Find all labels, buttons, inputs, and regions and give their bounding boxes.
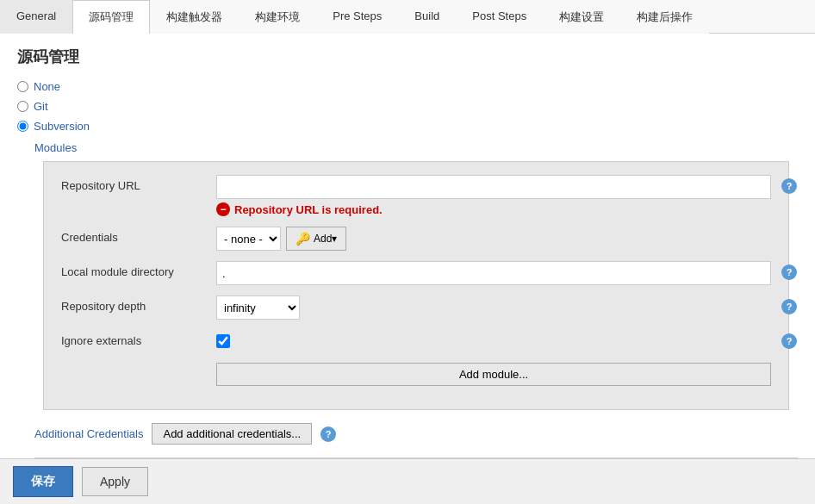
error-icon: − bbox=[216, 202, 230, 216]
scm-git-label: Git bbox=[34, 100, 48, 113]
local-module-dir-row: Local module directory ? bbox=[61, 261, 771, 285]
ignore-externals-control bbox=[216, 330, 771, 348]
add-credentials-label: Add▾ bbox=[314, 233, 337, 245]
scm-option-none[interactable]: None bbox=[17, 80, 798, 93]
save-button[interactable]: 保存 bbox=[13, 466, 73, 497]
add-module-row: Add module... bbox=[61, 358, 771, 386]
repository-depth-row: Repository depth infinity empty files im… bbox=[61, 296, 771, 320]
repository-depth-help-icon[interactable]: ? bbox=[781, 299, 797, 314]
tab-build-trigger[interactable]: 构建触发器 bbox=[150, 0, 239, 34]
repository-url-row: Repository URL − Repository URL is requi… bbox=[61, 175, 771, 216]
tab-build[interactable]: Build bbox=[398, 0, 456, 34]
tab-build-settings[interactable]: 构建设置 bbox=[543, 0, 620, 34]
depth-row: infinity empty files immediates bbox=[216, 296, 771, 320]
page-container: General 源码管理 构建触发器 构建环境 Pre Steps Build … bbox=[0, 0, 815, 499]
modules-label: Modules bbox=[34, 141, 798, 154]
local-module-dir-control bbox=[216, 261, 771, 285]
tab-bar: General 源码管理 构建触发器 构建环境 Pre Steps Build … bbox=[0, 0, 815, 34]
ignore-externals-help-icon[interactable]: ? bbox=[781, 333, 797, 349]
credentials-control: - none - 🔑 Add▾ bbox=[216, 227, 771, 251]
credentials-label: Credentials bbox=[61, 227, 216, 244]
ignore-externals-row: Ignore externals ? bbox=[61, 330, 771, 348]
additional-credentials-label: Additional Credentials bbox=[34, 427, 143, 440]
error-text: Repository URL is required. bbox=[234, 203, 383, 216]
scm-none-label: None bbox=[34, 80, 60, 93]
repository-url-control: − Repository URL is required. bbox=[216, 175, 771, 216]
credentials-inner-row: - none - 🔑 Add▾ bbox=[216, 227, 771, 251]
repository-depth-select[interactable]: infinity empty files immediates bbox=[216, 296, 300, 320]
ignore-externals-checkbox[interactable] bbox=[216, 334, 230, 348]
additional-credentials-help-icon[interactable]: ? bbox=[320, 426, 336, 442]
form-panel: Repository URL − Repository URL is requi… bbox=[43, 161, 789, 410]
subversion-section: Modules Repository URL − Repository URL … bbox=[34, 141, 798, 482]
additional-credentials-section: Additional Credentials Add additional cr… bbox=[34, 423, 798, 445]
ignore-externals-label: Ignore externals bbox=[61, 330, 216, 347]
page-content: 源码管理 None Git Subversion Modules bbox=[0, 34, 815, 499]
add-module-control: Add module... bbox=[216, 358, 771, 386]
scm-subversion-label: Subversion bbox=[34, 120, 90, 133]
local-module-dir-label: Local module directory bbox=[61, 261, 216, 278]
credentials-row: Credentials - none - 🔑 Add▾ bbox=[61, 227, 771, 251]
apply-button[interactable]: Apply bbox=[82, 467, 148, 496]
add-module-spacer bbox=[61, 358, 216, 363]
repository-url-help-icon[interactable]: ? bbox=[781, 178, 797, 194]
add-additional-credentials-button[interactable]: Add additional credentials... bbox=[152, 423, 312, 445]
scm-option-subversion[interactable]: Subversion bbox=[17, 120, 798, 133]
key-icon: 🔑 bbox=[296, 232, 310, 246]
scm-radio-subversion[interactable] bbox=[17, 121, 28, 132]
page-title: 源码管理 bbox=[17, 47, 798, 67]
scm-radio-group: None Git Subversion bbox=[17, 80, 798, 133]
repository-url-label: Repository URL bbox=[61, 175, 216, 192]
tab-source-mgmt[interactable]: 源码管理 bbox=[72, 0, 150, 34]
credentials-select[interactable]: - none - bbox=[216, 227, 281, 251]
scm-radio-git[interactable] bbox=[17, 101, 28, 112]
tab-post-steps[interactable]: Post Steps bbox=[456, 0, 543, 34]
bottom-bar: 保存 Apply bbox=[0, 458, 815, 499]
scm-option-git[interactable]: Git bbox=[17, 100, 798, 113]
local-module-dir-help-icon[interactable]: ? bbox=[781, 264, 797, 280]
tab-general[interactable]: General bbox=[0, 0, 72, 34]
local-module-dir-input[interactable] bbox=[216, 261, 771, 285]
repository-url-input[interactable] bbox=[216, 175, 771, 199]
repository-depth-control: infinity empty files immediates bbox=[216, 296, 771, 320]
repository-url-error: − Repository URL is required. bbox=[216, 202, 771, 216]
tab-post-build[interactable]: 构建后操作 bbox=[620, 0, 709, 34]
tab-pre-steps[interactable]: Pre Steps bbox=[316, 0, 398, 34]
scm-radio-none[interactable] bbox=[17, 81, 28, 92]
tab-build-env[interactable]: 构建环境 bbox=[239, 0, 316, 34]
repository-depth-label: Repository depth bbox=[61, 296, 216, 313]
add-credentials-button[interactable]: 🔑 Add▾ bbox=[286, 227, 346, 251]
add-module-button[interactable]: Add module... bbox=[216, 363, 771, 386]
